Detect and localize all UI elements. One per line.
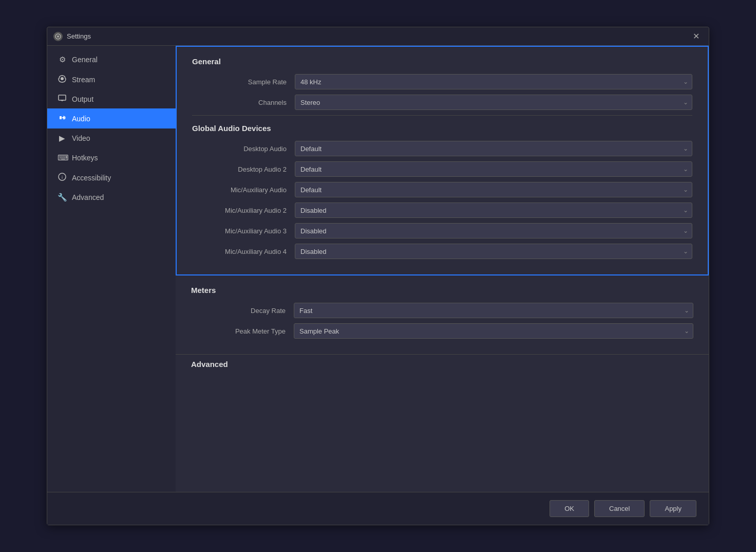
stream-icon [58, 75, 67, 84]
svg-point-1 [57, 35, 59, 38]
window-title: Settings [67, 32, 91, 40]
content-scroll[interactable]: General Sample Rate 48 kHz 44.1 kHz ⌄ C [176, 46, 709, 492]
sidebar-item-advanced[interactable]: 🔧 Advanced [47, 188, 176, 207]
gear-icon: ⚙ [58, 55, 67, 64]
channels-wrapper: Stereo Mono 2.1 4.0 4.1 5.1 7.1 ⌄ [295, 95, 692, 110]
svg-text:i: i [62, 175, 63, 180]
sample-rate-select[interactable]: 48 kHz 44.1 kHz [295, 74, 692, 89]
apply-button[interactable]: Apply [650, 500, 696, 517]
mic-aux2-wrapper: Disabled Default ⌄ [295, 203, 692, 218]
hotkeys-icon: ⌨ [58, 153, 67, 162]
mic-aux3-row: Mic/Auxiliary Audio 3 Disabled Default ⌄ [192, 223, 692, 238]
channels-label: Channels [192, 99, 295, 106]
meters-section-title: Meters [191, 286, 693, 295]
mic-aux-wrapper: Default Disabled ⌄ [295, 182, 692, 197]
sample-rate-wrapper: 48 kHz 44.1 kHz ⌄ [295, 74, 692, 89]
mic-aux2-label: Mic/Auxiliary Audio 2 [192, 207, 295, 214]
decay-rate-wrapper: Fast Medium Slow ⌄ [294, 303, 693, 318]
settings-window: Settings ✕ ⚙ General [47, 27, 709, 525]
desktop-audio2-row: Desktop Audio 2 Default Disabled ⌄ [192, 161, 692, 177]
sidebar-item-hotkeys[interactable]: ⌨ Hotkeys [47, 148, 176, 168]
sidebar: ⚙ General Stream [47, 46, 176, 492]
sidebar-label-video: Video [72, 134, 90, 142]
desktop-audio-row: Desktop Audio Default Disabled ⌄ [192, 141, 692, 156]
mic-aux-select[interactable]: Default Disabled [295, 182, 692, 197]
meters-section: Meters Decay Rate Fast Medium Slow ⌄ [176, 275, 709, 354]
app-icon [53, 32, 63, 41]
mic-aux4-row: Mic/Auxiliary Audio 4 Disabled Default ⌄ [192, 244, 692, 259]
sidebar-item-video[interactable]: ▶ Video [47, 128, 176, 148]
sidebar-label-general: General [72, 56, 98, 64]
desktop-audio-select[interactable]: Default Disabled [295, 141, 692, 156]
peak-meter-select[interactable]: Sample Peak True Peak [294, 323, 693, 339]
ok-button[interactable]: OK [550, 500, 589, 517]
channels-row: Channels Stereo Mono 2.1 4.0 4.1 5.1 7.1 [192, 95, 692, 110]
advanced-section-title: Advanced [191, 360, 693, 369]
mic-aux-label: Mic/Auxiliary Audio [192, 186, 295, 194]
desktop-audio-wrapper: Default Disabled ⌄ [295, 141, 692, 156]
general-section-title: General [192, 57, 692, 66]
sidebar-item-output[interactable]: Output [47, 89, 176, 108]
audio-icon [58, 114, 67, 123]
sidebar-label-audio: Audio [72, 115, 90, 123]
sidebar-item-general[interactable]: ⚙ General [47, 50, 176, 69]
desktop-audio2-label: Desktop Audio 2 [192, 165, 295, 173]
divider-1 [192, 115, 692, 116]
sample-rate-label: Sample Rate [192, 78, 295, 86]
titlebar-left: Settings [53, 32, 91, 41]
sidebar-label-output: Output [72, 95, 93, 103]
sidebar-item-accessibility[interactable]: i Accessibility [47, 168, 176, 188]
mic-aux3-wrapper: Disabled Default ⌄ [295, 223, 692, 238]
close-button[interactable]: ✕ [690, 30, 703, 42]
mic-aux3-select[interactable]: Disabled Default [295, 223, 692, 238]
desktop-audio2-wrapper: Default Disabled ⌄ [295, 161, 692, 177]
sidebar-label-accessibility: Accessibility [72, 174, 111, 182]
channels-select[interactable]: Stereo Mono 2.1 4.0 4.1 5.1 7.1 [295, 95, 692, 110]
mic-aux2-row: Mic/Auxiliary Audio 2 Disabled Default ⌄ [192, 203, 692, 218]
desktop-audio-label: Desktop Audio [192, 145, 295, 153]
mic-aux-row: Mic/Auxiliary Audio Default Disabled ⌄ [192, 182, 692, 197]
advanced-section: Advanced [176, 354, 709, 382]
svg-rect-3 [59, 95, 66, 100]
main-content: ⚙ General Stream [47, 46, 709, 492]
svg-rect-6 [60, 116, 62, 119]
cancel-button[interactable]: Cancel [594, 500, 645, 517]
sidebar-item-stream[interactable]: Stream [47, 69, 176, 89]
mic-aux4-select[interactable]: Disabled Default [295, 244, 692, 259]
peak-meter-wrapper: Sample Peak True Peak ⌄ [294, 323, 693, 339]
decay-rate-row: Decay Rate Fast Medium Slow ⌄ [191, 303, 693, 318]
footer: OK Cancel Apply [47, 492, 709, 525]
sample-rate-row: Sample Rate 48 kHz 44.1 kHz ⌄ [192, 74, 692, 89]
peak-meter-row: Peak Meter Type Sample Peak True Peak ⌄ [191, 323, 693, 339]
content-area: General Sample Rate 48 kHz 44.1 kHz ⌄ C [176, 46, 709, 492]
mic-aux3-label: Mic/Auxiliary Audio 3 [192, 227, 295, 235]
general-section: General Sample Rate 48 kHz 44.1 kHz ⌄ C [176, 46, 709, 275]
mic-aux4-wrapper: Disabled Default ⌄ [295, 244, 692, 259]
peak-meter-label: Peak Meter Type [191, 327, 294, 335]
decay-rate-select[interactable]: Fast Medium Slow [294, 303, 693, 318]
mic-aux2-select[interactable]: Disabled Default [295, 203, 692, 218]
sidebar-item-audio[interactable]: Audio [47, 108, 176, 128]
video-icon: ▶ [58, 134, 67, 143]
advanced-icon: 🔧 [58, 193, 67, 202]
decay-rate-label: Decay Rate [191, 307, 294, 315]
sidebar-label-hotkeys: Hotkeys [72, 154, 98, 162]
output-icon [58, 95, 67, 103]
titlebar: Settings ✕ [47, 27, 709, 46]
desktop-audio2-select[interactable]: Default Disabled [295, 161, 692, 177]
accessibility-icon: i [58, 173, 67, 182]
sidebar-label-stream: Stream [72, 76, 95, 84]
sidebar-label-advanced: Advanced [72, 193, 104, 201]
mic-aux4-label: Mic/Auxiliary Audio 4 [192, 248, 295, 255]
global-audio-section-title: Global Audio Devices [192, 124, 692, 133]
svg-point-2 [61, 77, 64, 80]
